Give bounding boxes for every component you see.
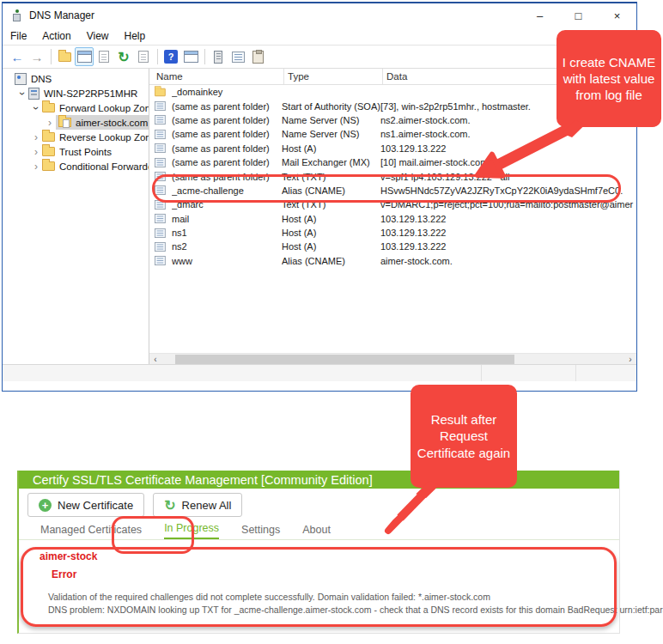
record-type: Name Server (NS) [282, 115, 380, 125]
chevron-expanded-icon[interactable]: › [16, 88, 28, 100]
menu-help[interactable]: Help [117, 30, 154, 42]
chevron-collapsed-icon[interactable]: › [30, 161, 42, 173]
table-row[interactable]: (same as parent folder) Host (A) 103.129… [149, 142, 636, 155]
toolbar-separator [51, 49, 52, 64]
show-console-tree-icon[interactable] [75, 47, 94, 66]
toolbar-separator [204, 49, 205, 64]
record-type: Name Server (NS) [282, 129, 380, 139]
certify-title-bar: Certify SSL/TLS Certificate Management [… [19, 471, 619, 489]
tree-label: WIN-S2P2RP51MHR [44, 88, 137, 99]
record-icon [155, 242, 166, 252]
scrollbar-track[interactable] [161, 354, 624, 364]
filter-clipboard-icon[interactable] [248, 47, 267, 66]
export-folder-icon[interactable] [55, 47, 74, 66]
record-type: Host (A) [282, 214, 380, 224]
menu-action[interactable]: Action [34, 30, 78, 42]
selected-tree-node: aimer-stock.com [56, 115, 149, 130]
zone-icon [58, 118, 71, 127]
folder-icon [42, 161, 55, 171]
toolbar: ← → ↻ ? [3, 46, 636, 69]
record-name: ns2 [172, 241, 282, 252]
renew-all-button[interactable]: ↻ Renew All [153, 493, 242, 517]
tree-label: Trust Points [59, 147, 112, 157]
export-list-icon[interactable] [134, 47, 153, 66]
chevron-collapsed-icon[interactable]: › [30, 146, 42, 158]
certify-tabs: Managed Certificates In Progress Setting… [19, 521, 619, 540]
record-type: Start of Authority (SOA) [282, 101, 380, 112]
record-icon [155, 101, 166, 111]
folder-icon [155, 88, 166, 96]
table-row[interactable]: mail Host (A) 103.129.13.222 [149, 212, 636, 226]
table-row[interactable]: (same as parent folder) Name Server (NS)… [149, 127, 636, 141]
record-icon [155, 214, 166, 223]
callout-text: Result after Request Certificate again [414, 411, 514, 461]
record-name: (same as parent folder) [172, 101, 282, 112]
tree-label: Reverse Lookup Zones [59, 132, 149, 143]
table-row[interactable]: ns2 Host (A) 103.129.13.222 [149, 240, 636, 253]
chevron-collapsed-icon[interactable]: › [30, 131, 42, 143]
tree-item-dns-root[interactable]: DNS [3, 71, 149, 86]
table-row[interactable]: www Alias (CNAME) aimer-stock.com. [149, 254, 636, 268]
help-question-glyph: ? [164, 50, 178, 64]
record-name: (same as parent folder) [172, 157, 282, 167]
toolbar-separator [157, 49, 158, 64]
title-bar: DNS Manager – □ × [3, 3, 636, 27]
record-type: Mail Exchanger (MX) [282, 157, 380, 167]
back-arrow-icon[interactable]: ← [8, 47, 27, 66]
column-header-type[interactable]: Type [283, 69, 382, 84]
tree-item-aimer-stock-zone[interactable]: › aimer-stock.com [3, 115, 149, 130]
record-icon [155, 143, 166, 153]
record-name: (same as parent folder) [172, 115, 282, 125]
record-data: aimer-stock.com. [380, 256, 636, 266]
record-type: Host (A) [282, 241, 380, 252]
table-row[interactable]: ns1 Host (A) 103.129.13.222 [149, 226, 636, 240]
tree-item-conditional-forwarders[interactable]: › Conditional Forwarders [3, 159, 149, 173]
minimize-button[interactable]: – [520, 3, 559, 27]
record-name: ns1 [172, 228, 282, 238]
record-list-icon[interactable] [228, 47, 247, 66]
folder-icon [42, 132, 55, 142]
maximize-button[interactable]: □ [559, 3, 598, 27]
certify-toolbar: + New Certificate ↻ Renew All [19, 489, 619, 521]
chevron-collapsed-icon[interactable]: › [44, 117, 56, 129]
record-data: 103.129.13.222 [380, 214, 636, 224]
tab-about[interactable]: About [302, 524, 331, 539]
menu-view[interactable]: View [79, 30, 117, 42]
column-header-name[interactable]: Name [156, 69, 283, 84]
properties-icon[interactable] [94, 47, 113, 66]
help-icon[interactable]: ? [161, 47, 180, 66]
callout-create-cname: I create CNAME with latest value from lo… [557, 30, 661, 127]
new-certificate-button[interactable]: + New Certificate [27, 493, 144, 517]
scroll-right-icon[interactable]: › [624, 355, 636, 364]
tree-label: Forward Lookup Zones [59, 103, 149, 113]
tree-item-trust-points[interactable]: › Trust Points [3, 144, 149, 159]
close-button[interactable]: × [598, 3, 636, 27]
tree-item-server[interactable]: › WIN-S2P2RP51MHR [3, 86, 149, 100]
console-pane-icon[interactable] [181, 47, 200, 66]
server-icon [28, 88, 40, 100]
highlight-ring-acme-row [152, 174, 621, 203]
dns-root-icon [15, 73, 27, 85]
chevron-expanded-icon[interactable]: › [30, 102, 42, 114]
server-status-icon[interactable] [209, 47, 228, 66]
record-name: (same as parent folder) [172, 129, 282, 139]
table-row[interactable]: (same as parent folder) Mail Exchanger (… [149, 155, 636, 169]
menu-file[interactable]: File [3, 30, 34, 42]
scroll-left-icon[interactable]: ‹ [149, 355, 161, 364]
callout-result-after-request: Result after Request Certificate again [411, 385, 517, 488]
tree-item-reverse-lookup-zones[interactable]: › Reverse Lookup Zones [3, 130, 149, 144]
forward-arrow-icon[interactable]: → [27, 47, 46, 66]
tab-settings[interactable]: Settings [241, 524, 280, 539]
refresh-icon[interactable]: ↻ [114, 47, 133, 66]
record-icon [155, 115, 166, 125]
record-data: 103.129.13.222 [380, 241, 636, 252]
tree-item-forward-lookup-zones[interactable]: › Forward Lookup Zones [3, 100, 149, 115]
status-bar [3, 364, 636, 381]
scrollbar-thumb[interactable] [175, 355, 514, 364]
horizontal-scrollbar[interactable]: ‹ › [149, 353, 636, 364]
refresh-icon: ↻ [164, 497, 175, 513]
record-icon [155, 130, 166, 139]
record-name: mail [172, 214, 282, 224]
record-name: _domainkey [172, 87, 282, 97]
highlight-ring-error-panel [21, 547, 617, 627]
